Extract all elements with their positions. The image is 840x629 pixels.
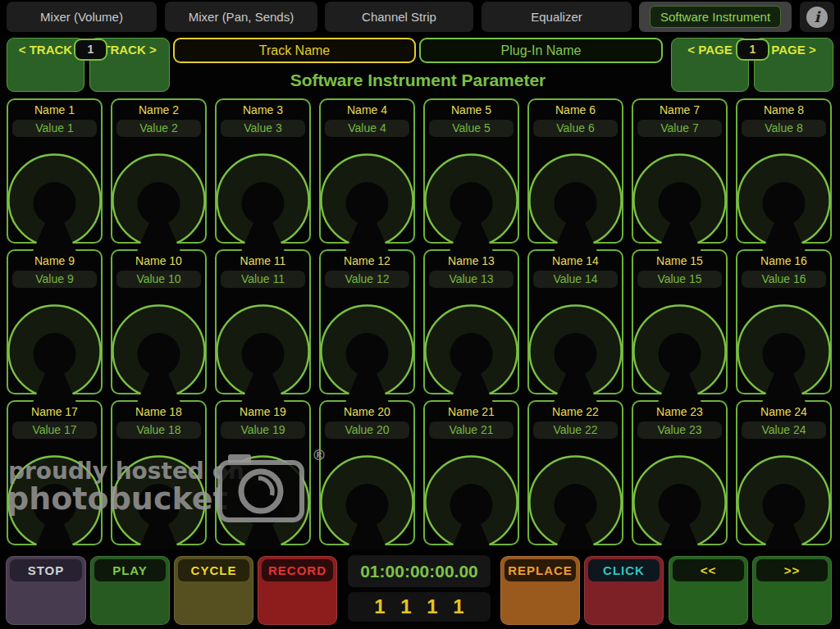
knob-value-display: Value 22 [533, 422, 618, 439]
knob-grid: Name 1 Value 1 Name 2 Value 2 Name 3 Val… [7, 98, 835, 545]
stop-label: STOP [10, 559, 82, 581]
knob-cell-21: Name 21 Value 21 [423, 400, 519, 545]
knob-value-display: Value 16 [742, 271, 826, 288]
knob-value-display: Value 2 [116, 120, 201, 137]
tab-label: Mixer (Pan, Sends) [189, 10, 294, 24]
knob-name-label: Name 13 [425, 254, 518, 267]
knob-name-label: Name 1 [8, 103, 101, 116]
knob-value-display: Value 13 [429, 271, 514, 288]
knob-name-label: Name 12 [321, 254, 413, 267]
knob-cell-1: Name 1 Value 1 [7, 98, 103, 244]
knob-cell-18: Name 18 Value 18 [111, 400, 207, 545]
knob-name-label: Name 3 [217, 103, 309, 116]
knob-name-label: Name 23 [633, 405, 726, 418]
knob-cell-4: Name 4 Value 4 [319, 98, 415, 244]
knob-value-display: Value 18 [116, 422, 201, 439]
knob-name-label: Name 14 [529, 254, 622, 267]
cycle-label: CYCLE [178, 559, 249, 581]
track-prev-button[interactable]: < TRACK [7, 38, 84, 92]
knob-cell-7: Name 7 Value 7 [632, 98, 728, 244]
knob-name-label: Name 5 [425, 103, 518, 116]
timecode-display: 01:00:00:00.00 [348, 555, 491, 587]
knob-cell-3: Name 3 Value 3 [215, 98, 311, 244]
knob-value-display: Value 1 [12, 120, 97, 137]
tab-software-instrument[interactable]: Software Instrument [639, 2, 792, 32]
knob-cell-19: Name 19 Value 19 [215, 400, 311, 545]
knob-name-label: Name 11 [217, 254, 309, 267]
knob-name-label: Name 9 [8, 254, 101, 267]
knob-value-display: Value 12 [325, 271, 409, 288]
page-title: Software Instrument Parameter [173, 71, 663, 90]
info-icon: i [806, 7, 828, 28]
cycle-button[interactable]: CYCLE [174, 556, 253, 625]
knob-value-display: Value 24 [742, 422, 826, 439]
forward-button[interactable]: >> [752, 556, 832, 625]
knob-cell-8: Name 8 Value 8 [736, 98, 832, 244]
page-number-display: 1 [736, 39, 769, 61]
rewind-button[interactable]: << [669, 556, 748, 625]
tab-mixer-volume[interactable]: Mixer (Volume) [7, 2, 157, 32]
knob-cell-20: Name 20 Value 20 [319, 400, 415, 545]
knob-cell-6: Name 6 Value 6 [527, 98, 623, 244]
tab-channel-strip[interactable]: Channel Strip [325, 2, 473, 32]
knob-name-label: Name 4 [321, 103, 413, 116]
control-surface: Mixer (Volume) Mixer (Pan, Sends) Channe… [0, 0, 840, 629]
rewind-label: << [673, 559, 744, 581]
info-button[interactable]: i [800, 2, 834, 32]
knob-name-label: Name 19 [217, 405, 309, 418]
knob-name-label: Name 22 [529, 405, 622, 418]
knob-name-label: Name 17 [8, 405, 101, 418]
play-button[interactable]: PLAY [90, 556, 170, 625]
knob-name-label: Name 7 [633, 103, 726, 116]
knob-name-label: Name 16 [737, 254, 830, 267]
record-button[interactable]: RECORD [258, 556, 337, 625]
record-label: RECORD [262, 559, 333, 581]
knob-cell-13: Name 13 Value 13 [423, 249, 519, 394]
knob-value-display: Value 19 [221, 422, 305, 439]
bars-beats-display: 1 1 1 1 [348, 592, 491, 622]
knob-cell-5: Name 5 Value 5 [423, 98, 519, 244]
knob-name-label: Name 10 [112, 254, 205, 267]
click-button[interactable]: CLICK [584, 556, 664, 625]
knob-name-label: Name 15 [633, 254, 726, 267]
tab-label: Mixer (Volume) [40, 10, 123, 24]
tab-mixer-pan-sends[interactable]: Mixer (Pan, Sends) [165, 2, 317, 32]
knob-value-display: Value 14 [533, 271, 618, 288]
knob-value-display: Value 9 [12, 271, 97, 288]
knob-name-label: Name 21 [425, 405, 518, 418]
track-number-display: 1 [74, 39, 107, 61]
knob-value-display: Value 6 [533, 120, 618, 137]
knob-cell-11: Name 11 Value 11 [215, 249, 311, 394]
knob-cell-16: Name 16 Value 16 [736, 249, 832, 394]
knob-cell-17: Name 17 Value 17 [7, 400, 103, 545]
knob-value-display: Value 17 [12, 422, 97, 439]
tab-label-selected: Software Instrument [650, 6, 781, 28]
knob-value-display: Value 5 [429, 120, 514, 137]
knob-value-display: Value 15 [637, 271, 722, 288]
knob-cell-2: Name 2 Value 2 [111, 98, 207, 244]
knob-cell-22: Name 22 Value 22 [527, 400, 623, 545]
knob-cell-14: Name 14 Value 14 [527, 249, 623, 394]
knob-cell-15: Name 15 Value 15 [632, 249, 728, 394]
knob-name-label: Name 6 [529, 103, 622, 116]
knob-name-label: Name 2 [112, 103, 205, 116]
transport-bar: STOP PLAY CYCLE RECORD 01:00:00:00.00 1 … [0, 549, 840, 629]
knob-cell-23: Name 23 Value 23 [632, 400, 728, 545]
plugin-name-display: Plug-In Name [419, 38, 663, 63]
forward-label: >> [756, 559, 828, 581]
knob-cell-24: Name 24 Value 24 [736, 400, 832, 545]
knob-cell-10: Name 10 Value 10 [111, 249, 207, 394]
knob-name-label: Name 8 [737, 103, 830, 116]
replace-label: REPLACE [504, 559, 576, 581]
stop-button[interactable]: STOP [6, 556, 86, 625]
knob-name-label: Name 18 [112, 405, 205, 418]
knob-cell-9: Name 9 Value 9 [7, 249, 103, 394]
knob-name-label: Name 20 [321, 405, 413, 418]
tab-equalizer[interactable]: Equalizer [482, 2, 632, 32]
replace-button[interactable]: REPLACE [500, 556, 580, 625]
knob-value-display: Value 3 [221, 120, 305, 137]
knob-value-display: Value 21 [429, 422, 514, 439]
knob-cell-12: Name 12 Value 12 [319, 249, 415, 394]
tab-bar: Mixer (Volume) Mixer (Pan, Sends) Channe… [0, 0, 840, 36]
knob-value-display: Value 23 [637, 422, 722, 439]
